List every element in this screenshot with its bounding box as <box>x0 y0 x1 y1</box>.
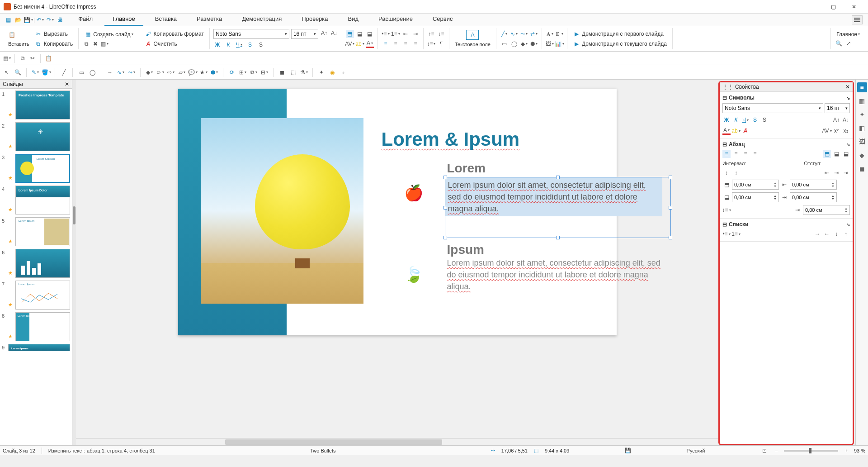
undo-icon[interactable]: ↶ <box>36 15 45 24</box>
dup-slide-icon[interactable]: ⧉ <box>82 40 90 48</box>
symbol-shapes-icon[interactable]: ☺ <box>156 68 164 76</box>
align-right-icon[interactable]: ≡ <box>401 40 410 48</box>
prop-valign-top-icon[interactable]: ⬒ <box>823 150 831 158</box>
fill-color-icon[interactable]: 🪣 <box>42 68 50 76</box>
hanging-indent-icon[interactable]: ⇥ <box>842 169 850 177</box>
shadow-icon[interactable]: S <box>257 41 265 49</box>
shadow-tool-icon[interactable]: ◼ <box>278 68 286 76</box>
block-arrows-icon[interactable]: ⇨ <box>167 68 175 76</box>
menu-layout[interactable]: Разметка <box>189 14 230 26</box>
open-icon[interactable]: 📂 <box>14 15 23 24</box>
slide-thumb-7[interactable]: 7 ★ Lorem Ipsum <box>2 281 70 310</box>
menu-main[interactable]: Главное <box>104 14 143 26</box>
menu-review[interactable]: Проверка <box>293 14 336 26</box>
tab-properties[interactable]: ≡ <box>857 82 867 92</box>
draw-curve-icon[interactable]: ∿ <box>117 68 125 76</box>
inc-indent-icon[interactable]: ⇤ <box>823 169 831 177</box>
zoom-tool-icon[interactable]: 🔍 <box>14 68 22 76</box>
tab-master[interactable]: ◧ <box>857 123 867 133</box>
first-line-indent-icon[interactable]: ⇥ <box>793 206 802 214</box>
prop-bold-icon[interactable]: Ж <box>722 116 731 124</box>
main-dropdown[interactable]: Главное▾ <box>835 30 862 38</box>
minimize-button[interactable]: ─ <box>802 0 823 14</box>
draw-rect-icon[interactable]: ▭ <box>77 68 85 76</box>
shrink-font-icon[interactable]: A↓ <box>330 29 338 37</box>
line-tool-icon[interactable]: ╱ <box>500 30 508 38</box>
panel-splitter[interactable] <box>72 80 76 445</box>
prop-sub-icon[interactable]: x₂ <box>842 127 850 135</box>
lists-section-header[interactable]: ⊟Списки↘ <box>722 220 850 229</box>
prop-font-size-input[interactable]: 16 пт▾ <box>825 103 850 113</box>
glue-icon[interactable]: ◉ <box>328 68 336 76</box>
draw-line-icon[interactable]: ╱ <box>60 68 68 76</box>
line-spacing-dd-icon[interactable]: ↕≡ <box>722 206 731 214</box>
rotate-icon[interactable]: ⟳ <box>228 68 236 76</box>
menu-extension[interactable]: Расширение <box>370 14 421 26</box>
highlight-icon[interactable]: ab <box>356 40 364 48</box>
zoom-in-icon[interactable]: + <box>844 448 847 453</box>
paste-label[interactable]: Вставить <box>6 40 31 48</box>
prop-valign-bot-icon[interactable]: ⬓ <box>842 150 850 158</box>
textbox-icon[interactable]: A <box>466 30 479 40</box>
demo-current-button[interactable]: ▶Демонстрация с текущего слайда <box>571 39 669 48</box>
slide-thumb-3[interactable]: 3 ★ Lorem & Ipsum <box>2 154 70 183</box>
bold-icon[interactable]: Ж <box>213 41 222 49</box>
object-icon[interactable]: 🗎 <box>555 30 563 38</box>
ellipse-tool-icon[interactable]: ◯ <box>510 40 518 48</box>
prop-underline-icon[interactable]: Ч <box>741 116 750 124</box>
star-icon[interactable]: ★ <box>8 112 14 118</box>
flowchart-icon[interactable]: ▱ <box>178 68 186 76</box>
dec-space-before-icon[interactable]: ↕ <box>732 169 740 177</box>
filter-icon[interactable]: ⚗ <box>300 68 308 76</box>
draw-connector-icon[interactable]: ⤳ <box>127 68 136 76</box>
star-icon[interactable]: ★ <box>8 143 14 149</box>
paste-button[interactable]: 📋 <box>6 30 31 39</box>
star-icon[interactable]: ★ <box>8 334 14 339</box>
arrows-tool-icon[interactable]: ⇄ <box>530 30 538 38</box>
slide-paste-icon[interactable]: 📋 <box>44 54 52 62</box>
font-size-input[interactable]: 16 пт▾ <box>291 29 318 39</box>
prop-spacing-icon[interactable]: AV <box>823 127 831 135</box>
print-icon[interactable]: 🖶 <box>56 15 65 24</box>
extrusion-icon[interactable]: ⬨ <box>339 68 347 76</box>
slide-panel-close-icon[interactable]: ✕ <box>65 81 69 87</box>
tab-shapes[interactable]: ◼ <box>857 164 867 174</box>
properties-close-icon[interactable]: ✕ <box>845 84 850 90</box>
star-icon[interactable]: ★ <box>8 238 14 244</box>
slide-thumb-5[interactable]: 5 ★ Lorem Ipsum <box>2 217 70 246</box>
tab-slide-transition[interactable]: ▦ <box>857 96 867 106</box>
move-down-icon[interactable]: ↓≡ <box>437 30 445 38</box>
menu-view[interactable]: Вид <box>340 14 367 26</box>
find-icon[interactable]: 🔍 <box>835 39 843 48</box>
prop-demote-icon[interactable]: → <box>813 230 821 238</box>
prop-highlight-icon[interactable]: ab <box>732 127 740 135</box>
slide-thumb-4[interactable]: 4 ★ Lorem Ipsum Dolor <box>2 186 70 214</box>
font-color-icon[interactable]: A <box>366 40 374 48</box>
prop-align-left-icon[interactable]: ≡ <box>722 150 731 158</box>
zoom-slider[interactable] <box>784 450 838 452</box>
align-top-icon[interactable]: ⬒ <box>346 30 354 38</box>
align-just-icon[interactable]: ≡ <box>411 40 420 48</box>
fit-page-icon[interactable]: ⊡ <box>760 447 769 455</box>
prop-clear-format-icon[interactable]: A̸ <box>741 127 750 135</box>
section1-heading[interactable]: Lorem <box>447 161 486 176</box>
prop-align-center-icon[interactable]: ≡ <box>732 150 740 158</box>
fontwork-icon[interactable]: 𝐀 <box>546 30 554 38</box>
crop-icon[interactable]: ⬚ <box>289 68 297 76</box>
prop-promote-icon[interactable]: ← <box>823 230 831 238</box>
prop-font-name-input[interactable]: Noto Sans▾ <box>722 103 823 113</box>
points-icon[interactable]: ✦ <box>317 68 326 76</box>
basic-shapes-icon[interactable]: ◆ <box>145 68 153 76</box>
align-left-icon[interactable]: ≡ <box>382 40 390 48</box>
text-frame-selected[interactable]: Lorem ipsum dolor sit amet, consectetur … <box>445 177 671 238</box>
para-spacing-icon[interactable]: ¶ <box>437 40 445 48</box>
draw-ellipse-icon[interactable]: ◯ <box>88 68 96 76</box>
space-above-icon[interactable]: ⬒ <box>722 181 731 189</box>
align-mid-icon[interactable]: ⬓ <box>356 30 364 38</box>
close-button[interactable]: ✕ <box>844 0 864 14</box>
media-icon[interactable]: 🖼 <box>546 40 554 48</box>
prop-shadow-icon[interactable]: S <box>760 116 769 124</box>
move-up-icon[interactable]: ↑≡ <box>427 30 435 38</box>
indent-right-icon[interactable]: ⇥ <box>780 193 788 201</box>
numbering-icon[interactable]: 1≡ <box>392 30 400 38</box>
